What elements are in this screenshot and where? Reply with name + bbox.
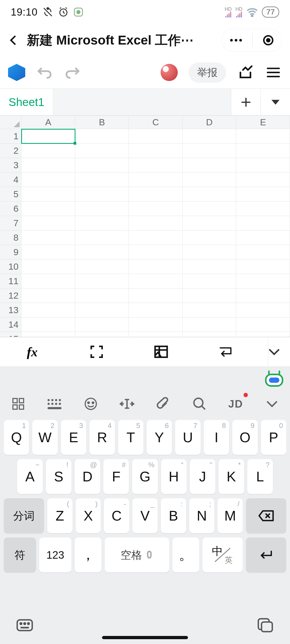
sheets-dropdown-button[interactable]	[260, 89, 290, 115]
key-C[interactable]: -C	[104, 498, 129, 533]
sheet-tab-active[interactable]: Sheet1	[0, 89, 53, 115]
cell-B14[interactable]	[75, 317, 129, 332]
cell-C14[interactable]	[129, 317, 183, 332]
row-header-4[interactable]: 4	[0, 173, 21, 187]
cell-B1[interactable]	[75, 129, 129, 144]
cell-B10[interactable]	[75, 259, 129, 274]
ime-clip-icon[interactable]	[154, 394, 173, 413]
key-N[interactable]: ;N	[189, 498, 215, 533]
keyboard-switch-icon[interactable]	[16, 618, 33, 633]
cell-E2[interactable]	[236, 144, 290, 158]
row-header-13[interactable]: 13	[0, 303, 21, 317]
cell-E12[interactable]	[236, 288, 290, 303]
cell-A12[interactable]	[21, 288, 75, 303]
key-period[interactable]: 。	[172, 537, 199, 572]
cell-C10[interactable]	[129, 259, 183, 274]
cell-B8[interactable]	[75, 230, 129, 245]
key-comma[interactable]: ，	[75, 537, 102, 572]
key-F[interactable]: #F	[103, 459, 129, 494]
ime-emoji-icon[interactable]	[81, 394, 100, 413]
cell-C8[interactable]	[129, 230, 183, 245]
ime-grid-icon[interactable]	[9, 394, 28, 413]
cell-B2[interactable]	[75, 144, 129, 158]
key-J[interactable]: ”J	[190, 459, 215, 494]
column-header-C[interactable]: C	[129, 116, 183, 129]
home-indicator[interactable]	[102, 636, 188, 639]
cell-C12[interactable]	[129, 288, 183, 303]
report-button[interactable]: 举报	[189, 63, 226, 83]
cell-E11[interactable]	[236, 274, 290, 288]
cell-C4[interactable]	[129, 173, 183, 187]
key-symbols[interactable]: 符	[4, 537, 36, 572]
cell-A14[interactable]	[21, 317, 75, 332]
column-header-E[interactable]: E	[236, 116, 290, 129]
key-Y[interactable]: 6Y	[147, 420, 172, 455]
key-D[interactable]: @D	[75, 459, 100, 494]
cell-E13[interactable]	[236, 303, 290, 317]
cell-D7[interactable]	[183, 216, 236, 230]
cell-E4[interactable]	[236, 173, 290, 187]
key-A[interactable]: ~A	[17, 459, 43, 494]
cell-B7[interactable]	[75, 216, 129, 230]
cell-E9[interactable]	[236, 245, 290, 259]
key-L[interactable]: ?L	[247, 459, 273, 494]
key-U[interactable]: 7U	[175, 420, 200, 455]
user-avatar[interactable]	[161, 64, 178, 81]
cell-C6[interactable]	[129, 202, 183, 216]
cell-B6[interactable]	[75, 202, 129, 216]
key-E[interactable]: 3E	[61, 420, 86, 455]
fullscreen-button[interactable]	[89, 345, 104, 359]
key-M[interactable]: /M	[218, 498, 243, 533]
cell-A13[interactable]	[21, 303, 75, 317]
row-header-11[interactable]: 11	[0, 274, 21, 288]
cell-C2[interactable]	[129, 144, 183, 158]
key-H[interactable]: “H	[161, 459, 187, 494]
key-O[interactable]: 9O	[232, 420, 258, 455]
key-I[interactable]: 8I	[204, 420, 229, 455]
cell-E8[interactable]	[236, 230, 290, 245]
row-header-12[interactable]: 12	[0, 288, 21, 303]
key-P[interactable]: 0P	[261, 420, 286, 455]
cell-D9[interactable]	[183, 245, 236, 259]
key-G[interactable]: %G	[132, 459, 158, 494]
cell-C9[interactable]	[129, 245, 183, 259]
cell-C11[interactable]	[129, 274, 183, 288]
ime-cursor-icon[interactable]	[118, 394, 136, 413]
row-header-9[interactable]: 9	[0, 245, 21, 259]
menu-button[interactable]	[265, 64, 282, 81]
collapse-button[interactable]	[268, 337, 280, 366]
row-header-6[interactable]: 6	[0, 202, 21, 216]
cell-D3[interactable]	[183, 158, 236, 173]
cell-D4[interactable]	[183, 173, 236, 187]
cell-A9[interactable]	[21, 245, 75, 259]
cell-A3[interactable]	[21, 158, 75, 173]
cell-E14[interactable]	[236, 317, 290, 332]
cell-E10[interactable]	[236, 259, 290, 274]
cell-C13[interactable]	[129, 303, 183, 317]
cell-A1[interactable]	[21, 129, 75, 144]
column-header-B[interactable]: B	[75, 116, 129, 129]
cell-D12[interactable]	[183, 288, 236, 303]
column-header-A[interactable]: A	[21, 116, 75, 129]
fx-button[interactable]: fx	[27, 345, 38, 359]
cell-A6[interactable]	[21, 202, 75, 216]
cell-B11[interactable]	[75, 274, 129, 288]
cell-B9[interactable]	[75, 245, 129, 259]
cell-D13[interactable]	[183, 303, 236, 317]
cell-E6[interactable]	[236, 202, 290, 216]
cell-C7[interactable]	[129, 216, 183, 230]
cell-D11[interactable]	[183, 274, 236, 288]
cell-A2[interactable]	[21, 144, 75, 158]
key-Z[interactable]: (Z	[47, 498, 73, 533]
key-language[interactable]: 中 英	[202, 537, 243, 572]
key-R[interactable]: 4R	[89, 420, 115, 455]
row-header-2[interactable]: 2	[0, 144, 21, 158]
cell-D2[interactable]	[183, 144, 236, 158]
cell-E5[interactable]	[236, 187, 290, 202]
back-button[interactable]	[5, 34, 21, 46]
add-sheet-button[interactable]	[231, 89, 260, 115]
key-backspace[interactable]	[246, 498, 286, 533]
row-header-5[interactable]: 5	[0, 187, 21, 202]
cell-E3[interactable]	[236, 158, 290, 173]
column-header-D[interactable]: D	[183, 116, 236, 129]
